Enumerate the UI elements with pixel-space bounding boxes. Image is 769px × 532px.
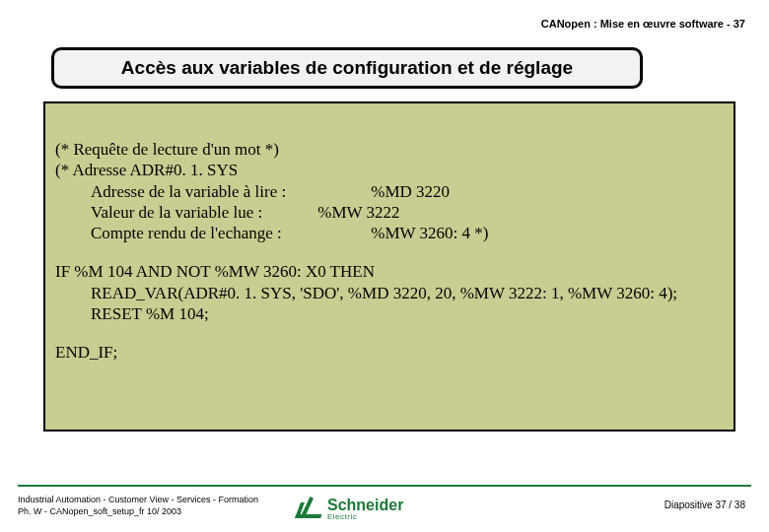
slide-title-bar: Accès aux variables de configuration et …	[51, 47, 643, 89]
code-value: %MW 3222	[317, 203, 399, 222]
code-value: %MD 3220	[371, 182, 450, 201]
logo-sub: Electric	[327, 513, 403, 521]
code-if: IF %M 104 AND NOT %MW 3260: X0 THEN	[55, 261, 724, 282]
footer-line2: Ph. W - CANopen_soft_setup_fr 10/ 2003	[18, 505, 258, 518]
slide-counter: Diapositive 37 / 38	[664, 499, 745, 510]
schneider-logo: Schneider Electric	[296, 497, 473, 522]
slide-title: Accès aux variables de configuration et …	[121, 57, 573, 79]
code-reset: RESET %M 104;	[55, 303, 724, 324]
schneider-logo-text: Schneider Electric	[327, 498, 403, 521]
footer-divider	[18, 485, 751, 487]
code-line: Valeur de la variable lue : %MW 3222	[55, 202, 724, 223]
code-line: Compte rendu de l'echange : %MW 3260: 4 …	[55, 223, 724, 243]
header-breadcrumb: CANopen : Mise en œuvre software - 37	[541, 18, 745, 30]
code-label: Valeur de la variable lue :	[91, 202, 314, 223]
code-endif: END_IF;	[55, 342, 724, 363]
footer-line1: Industrial Automation - Customer View - …	[18, 494, 258, 506]
logo-main: Schneider	[327, 498, 403, 513]
code-line: (* Requête de lecture d'un mot *)	[55, 139, 724, 160]
schneider-logo-icon	[296, 497, 321, 522]
code-readvar: READ_VAR(ADR#0. 1. SYS, 'SDO', %MD 3220,…	[55, 283, 724, 303]
code-line: Adresse de la variable à lire : %MD 3220	[55, 181, 724, 202]
code-label: Adresse de la variable à lire :	[91, 181, 367, 202]
footer-left: Industrial Automation - Customer View - …	[18, 494, 258, 518]
code-value: %MW 3260: 4 *)	[371, 224, 488, 242]
code-label: Compte rendu de l'echange :	[91, 223, 367, 243]
code-block: (* Requête de lecture d'un mot *) (* Adr…	[43, 101, 735, 432]
code-line: (* Adresse ADR#0. 1. SYS	[55, 160, 724, 180]
